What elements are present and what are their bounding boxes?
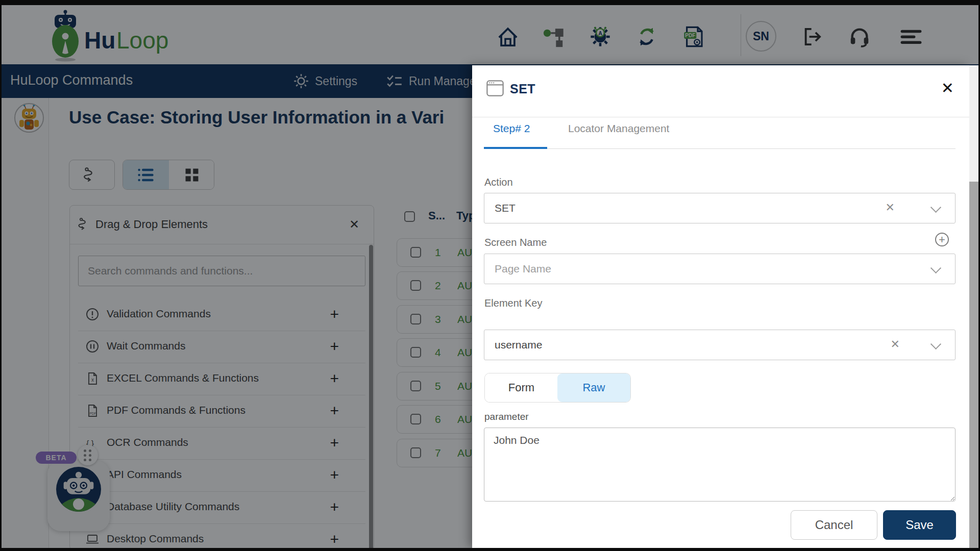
active-tab-indicator xyxy=(484,147,547,149)
action-select[interactable]: SET ✕ xyxy=(484,193,955,223)
screen-name-select[interactable]: Page Name xyxy=(484,254,955,284)
action-chevron-down-icon[interactable] xyxy=(930,202,941,213)
screen-name-placeholder: Page Name xyxy=(495,263,551,275)
window-frame-top xyxy=(0,0,980,5)
app-window: Hu Loop A xyxy=(0,0,980,551)
element-key-value: username xyxy=(495,339,542,351)
page-scrollbar-thumb[interactable] xyxy=(969,182,978,548)
add-screen-icon[interactable]: + xyxy=(935,233,949,246)
element-key-select[interactable]: username ✕ xyxy=(484,330,955,360)
screen-name-label: Screen Name xyxy=(484,237,547,248)
cancel-button[interactable]: Cancel xyxy=(791,510,877,540)
set-step-drawer: SET ✕ Step# 2 Locator Management Action … xyxy=(472,65,969,548)
action-clear-icon[interactable]: ✕ xyxy=(886,202,895,213)
parameter-textarea[interactable]: John Doe xyxy=(484,428,955,502)
element-key-chevron-down-icon[interactable] xyxy=(930,339,941,349)
window-icon xyxy=(485,79,505,98)
parameter-label: parameter xyxy=(484,411,529,422)
element-key-clear-icon[interactable]: ✕ xyxy=(891,339,900,350)
screen-name-chevron-down-icon[interactable] xyxy=(930,263,941,273)
drawer-header: SET ✕ xyxy=(472,65,969,117)
add-screen-plus: + xyxy=(939,233,945,246)
element-key-label: Element Key xyxy=(484,297,542,309)
tab-step[interactable]: Step# 2 xyxy=(493,122,530,135)
tab-locator-management[interactable]: Locator Management xyxy=(568,122,669,135)
save-button[interactable]: Save xyxy=(883,510,956,540)
form-mode-button[interactable]: Form xyxy=(485,373,558,402)
window-frame-bottom xyxy=(0,548,980,551)
action-label: Action xyxy=(484,177,513,188)
drawer-title: SET xyxy=(510,82,535,96)
raw-mode-button[interactable]: Raw xyxy=(557,373,630,402)
tab-underline-track xyxy=(484,148,955,149)
value-mode-toggle: Form Raw xyxy=(484,373,631,403)
drawer-close-icon[interactable]: ✕ xyxy=(941,81,954,96)
window-frame-left xyxy=(0,0,2,551)
action-value: SET xyxy=(495,202,516,214)
